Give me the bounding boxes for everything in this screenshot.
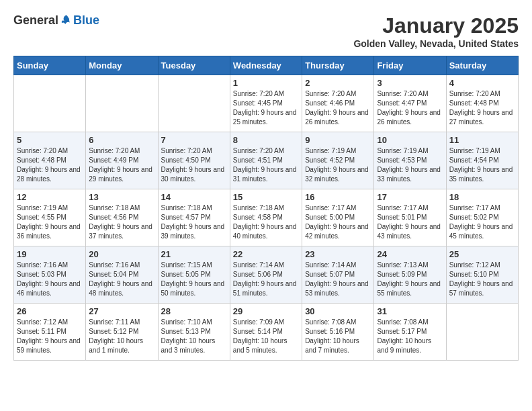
day-info: Sunrise: 7:16 AM Sunset: 5:04 PM Dayligh… — [89, 261, 154, 298]
day-number: 26 — [17, 306, 83, 316]
day-info: Sunrise: 7:19 AM Sunset: 4:53 PM Dayligh… — [377, 146, 443, 184]
calendar-title: January 2025 — [353, 13, 519, 38]
day-number: 29 — [233, 306, 299, 316]
week-row-4: 19Sunrise: 7:16 AM Sunset: 5:03 PM Dayli… — [14, 246, 519, 304]
weekday-header-sunday: Sunday — [14, 56, 86, 75]
day-info: Sunrise: 7:20 AM Sunset: 4:51 PM Dayligh… — [233, 146, 299, 184]
calendar-cell: 23Sunrise: 7:14 AM Sunset: 5:07 PM Dayli… — [302, 246, 374, 304]
day-number: 5 — [17, 135, 83, 145]
day-number: 30 — [305, 306, 371, 316]
day-info: Sunrise: 7:18 AM Sunset: 4:56 PM Dayligh… — [89, 203, 154, 241]
calendar-cell: 5Sunrise: 7:20 AM Sunset: 4:48 PM Daylig… — [14, 132, 86, 189]
day-number: 25 — [449, 249, 515, 259]
day-info: Sunrise: 7:18 AM Sunset: 4:58 PM Dayligh… — [233, 203, 299, 241]
day-info: Sunrise: 7:20 AM Sunset: 4:47 PM Dayligh… — [377, 89, 443, 127]
weekday-header-wednesday: Wednesday — [230, 56, 302, 75]
calendar-cell: 18Sunrise: 7:17 AM Sunset: 5:02 PM Dayli… — [446, 189, 518, 246]
page-header: General Blue January 2025 Golden Valley,… — [13, 13, 519, 49]
day-number: 31 — [377, 306, 443, 316]
day-number: 27 — [89, 306, 154, 316]
day-info: Sunrise: 7:15 AM Sunset: 5:05 PM Dayligh… — [161, 261, 227, 298]
day-number: 16 — [305, 192, 371, 202]
day-number: 18 — [449, 192, 515, 202]
day-number: 20 — [89, 249, 154, 259]
day-number: 6 — [89, 135, 154, 145]
calendar-cell: 25Sunrise: 7:12 AM Sunset: 5:10 PM Dayli… — [446, 246, 518, 304]
calendar-cell: 24Sunrise: 7:13 AM Sunset: 5:09 PM Dayli… — [374, 246, 446, 304]
calendar-cell: 13Sunrise: 7:18 AM Sunset: 4:56 PM Dayli… — [86, 189, 158, 246]
day-number: 3 — [377, 78, 443, 88]
calendar-cell: 19Sunrise: 7:16 AM Sunset: 5:03 PM Dayli… — [14, 246, 86, 304]
day-info: Sunrise: 7:19 AM Sunset: 4:55 PM Dayligh… — [17, 203, 83, 241]
day-info: Sunrise: 7:18 AM Sunset: 4:57 PM Dayligh… — [161, 203, 227, 241]
day-info: Sunrise: 7:20 AM Sunset: 4:48 PM Dayligh… — [449, 89, 515, 127]
day-info: Sunrise: 7:20 AM Sunset: 4:49 PM Dayligh… — [89, 146, 154, 184]
calendar-cell: 11Sunrise: 7:19 AM Sunset: 4:54 PM Dayli… — [446, 132, 518, 189]
calendar-cell: 16Sunrise: 7:17 AM Sunset: 5:00 PM Dayli… — [302, 189, 374, 246]
calendar-cell: 12Sunrise: 7:19 AM Sunset: 4:55 PM Dayli… — [14, 189, 86, 246]
weekday-header-row: SundayMondayTuesdayWednesdayThursdayFrid… — [14, 56, 519, 75]
day-number: 17 — [377, 192, 443, 202]
calendar-cell: 28Sunrise: 7:10 AM Sunset: 5:13 PM Dayli… — [158, 304, 230, 361]
day-number: 1 — [233, 78, 299, 88]
day-number: 11 — [449, 135, 515, 145]
day-number: 28 — [161, 306, 227, 316]
calendar-cell: 10Sunrise: 7:19 AM Sunset: 4:53 PM Dayli… — [374, 132, 446, 189]
logo-bird-icon — [60, 14, 73, 28]
day-number: 8 — [233, 135, 299, 145]
day-info: Sunrise: 7:17 AM Sunset: 5:00 PM Dayligh… — [305, 203, 371, 241]
calendar-cell: 15Sunrise: 7:18 AM Sunset: 4:58 PM Dayli… — [230, 189, 302, 246]
day-number: 14 — [161, 192, 227, 202]
calendar-cell — [446, 304, 518, 361]
calendar-cell: 4Sunrise: 7:20 AM Sunset: 4:48 PM Daylig… — [446, 75, 518, 132]
day-info: Sunrise: 7:14 AM Sunset: 5:07 PM Dayligh… — [305, 261, 371, 298]
day-number: 19 — [17, 249, 83, 259]
day-info: Sunrise: 7:10 AM Sunset: 5:13 PM Dayligh… — [161, 318, 227, 355]
logo-blue-text: Blue — [73, 13, 99, 28]
day-info: Sunrise: 7:12 AM Sunset: 5:10 PM Dayligh… — [449, 261, 515, 298]
weekday-header-tuesday: Tuesday — [158, 56, 230, 75]
day-info: Sunrise: 7:16 AM Sunset: 5:03 PM Dayligh… — [17, 261, 83, 298]
calendar-cell: 30Sunrise: 7:08 AM Sunset: 5:16 PM Dayli… — [302, 304, 374, 361]
title-block: January 2025 Golden Valley, Nevada, Unit… — [353, 13, 519, 49]
calendar-subtitle: Golden Valley, Nevada, United States — [353, 38, 519, 49]
calendar-cell: 7Sunrise: 7:20 AM Sunset: 4:50 PM Daylig… — [158, 132, 230, 189]
day-info: Sunrise: 7:11 AM Sunset: 5:12 PM Dayligh… — [89, 318, 154, 355]
calendar-cell: 29Sunrise: 7:09 AM Sunset: 5:14 PM Dayli… — [230, 304, 302, 361]
day-info: Sunrise: 7:19 AM Sunset: 4:52 PM Dayligh… — [305, 146, 371, 184]
day-number: 9 — [305, 135, 371, 145]
calendar-cell: 17Sunrise: 7:17 AM Sunset: 5:01 PM Dayli… — [374, 189, 446, 246]
week-row-3: 12Sunrise: 7:19 AM Sunset: 4:55 PM Dayli… — [14, 189, 519, 246]
weekday-header-friday: Friday — [374, 56, 446, 75]
day-number: 24 — [377, 249, 443, 259]
day-info: Sunrise: 7:20 AM Sunset: 4:46 PM Dayligh… — [305, 89, 371, 127]
day-info: Sunrise: 7:17 AM Sunset: 5:01 PM Dayligh… — [377, 203, 443, 241]
calendar-cell — [14, 75, 86, 132]
day-info: Sunrise: 7:20 AM Sunset: 4:48 PM Dayligh… — [17, 146, 83, 184]
calendar-cell: 26Sunrise: 7:12 AM Sunset: 5:11 PM Dayli… — [14, 304, 86, 361]
calendar-cell — [158, 75, 230, 132]
day-number: 10 — [377, 135, 443, 145]
calendar-cell: 9Sunrise: 7:19 AM Sunset: 4:52 PM Daylig… — [302, 132, 374, 189]
day-number: 4 — [449, 78, 515, 88]
logo-general-text: General — [13, 13, 58, 28]
calendar-cell: 31Sunrise: 7:08 AM Sunset: 5:17 PM Dayli… — [374, 304, 446, 361]
calendar-cell: 20Sunrise: 7:16 AM Sunset: 5:04 PM Dayli… — [86, 246, 158, 304]
day-info: Sunrise: 7:17 AM Sunset: 5:02 PM Dayligh… — [449, 203, 515, 241]
calendar-cell: 8Sunrise: 7:20 AM Sunset: 4:51 PM Daylig… — [230, 132, 302, 189]
calendar-cell: 6Sunrise: 7:20 AM Sunset: 4:49 PM Daylig… — [86, 132, 158, 189]
day-info: Sunrise: 7:08 AM Sunset: 5:17 PM Dayligh… — [377, 318, 443, 355]
week-row-5: 26Sunrise: 7:12 AM Sunset: 5:11 PM Dayli… — [14, 304, 519, 361]
day-number: 21 — [161, 249, 227, 259]
weekday-header-thursday: Thursday — [302, 56, 374, 75]
day-number: 2 — [305, 78, 371, 88]
day-info: Sunrise: 7:12 AM Sunset: 5:11 PM Dayligh… — [17, 318, 83, 355]
calendar-cell — [86, 75, 158, 132]
weekday-header-saturday: Saturday — [446, 56, 518, 75]
calendar-cell: 22Sunrise: 7:14 AM Sunset: 5:06 PM Dayli… — [230, 246, 302, 304]
weekday-header-monday: Monday — [86, 56, 158, 75]
day-info: Sunrise: 7:13 AM Sunset: 5:09 PM Dayligh… — [377, 261, 443, 298]
calendar-cell: 3Sunrise: 7:20 AM Sunset: 4:47 PM Daylig… — [374, 75, 446, 132]
day-number: 7 — [161, 135, 227, 145]
day-info: Sunrise: 7:20 AM Sunset: 4:50 PM Dayligh… — [161, 146, 227, 184]
